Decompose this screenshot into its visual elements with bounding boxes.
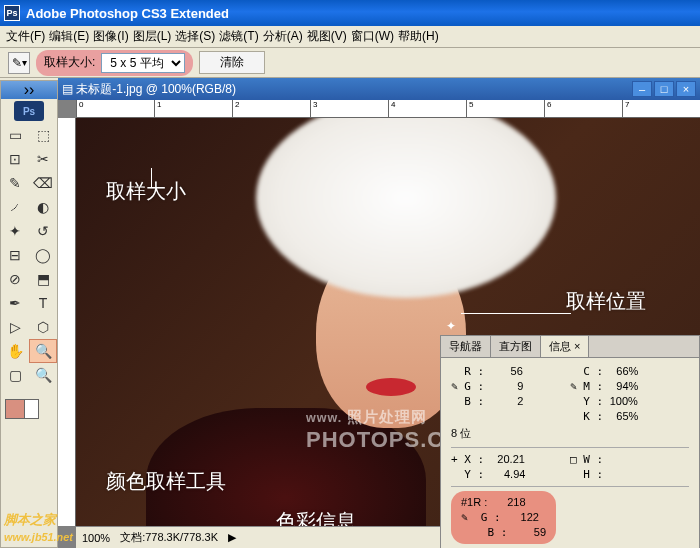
anno-color-tool: 颜色取样工具	[106, 468, 226, 495]
info-sample1: #1R : 218 ✎ G : 122 B : 59	[451, 491, 556, 544]
anno-color-info: 色彩信息	[276, 508, 356, 526]
menu-help[interactable]: 帮助(H)	[396, 28, 441, 45]
document-titlebar[interactable]: ▤ 未标题-1.jpg @ 100%(RGB/8) – □ ×	[58, 78, 700, 100]
eraser-tool[interactable]: ⌫	[29, 171, 57, 195]
ruler-horizontal: 01234567	[76, 100, 700, 118]
lasso-tool[interactable]: ⊡	[1, 147, 29, 171]
sample-size-group: 取样大小: 5 x 5 平均	[36, 50, 193, 76]
maximize-button[interactable]: □	[654, 81, 674, 97]
tab-navigator[interactable]: 导航器	[441, 336, 491, 357]
clone-tool[interactable]: ✦	[1, 219, 29, 243]
crop-tool[interactable]: ✂	[29, 147, 57, 171]
app-icon: Ps	[4, 5, 20, 21]
info-wh: □ W : H :	[570, 452, 689, 482]
menu-view[interactable]: 视图(V)	[305, 28, 349, 45]
select-tool[interactable]: ▷	[1, 315, 29, 339]
toolbox: ›› Ps ▭ ⬚ ⊡ ✂ ✎ ⌫ ⟋ ◐ ✦ ↺ ⊟ ◯ ⊘ ⬒ ✒ T ▷ …	[0, 80, 58, 548]
menu-image[interactable]: 图像(I)	[91, 28, 130, 45]
gradient-tool[interactable]: ◐	[29, 195, 57, 219]
shape-tool[interactable]: ⬒	[29, 267, 57, 291]
notes-tool[interactable]: ✒	[1, 291, 29, 315]
menu-layer[interactable]: 图层(L)	[131, 28, 174, 45]
doc-icon: ▤	[62, 82, 73, 96]
quick-mask-icon[interactable]: ▢	[1, 363, 29, 387]
foreground-swatch[interactable]	[5, 399, 25, 419]
menu-select[interactable]: 选择(S)	[173, 28, 217, 45]
type-tool[interactable]: T	[29, 291, 57, 315]
info-cmyk: C : 66% ✎ M : 94% Y : 100% K : 65%	[570, 364, 689, 424]
eyedropper-tool-icon[interactable]: ✎▾	[8, 52, 30, 74]
color-swatches[interactable]	[1, 387, 57, 427]
marquee-tool[interactable]: ⬚	[29, 123, 57, 147]
dodge-tool[interactable]: ◯	[29, 243, 57, 267]
close-button[interactable]: ×	[676, 81, 696, 97]
options-bar: ✎▾ 取样大小: 5 x 5 平均 清除	[0, 48, 700, 78]
app-title: Adobe Photoshop CS3 Extended	[26, 6, 229, 21]
info-xy: + X : 20.21 Y : 4.94	[451, 452, 570, 482]
color-sampler-tool[interactable]: 🔍	[29, 339, 57, 363]
tab-info[interactable]: 信息 ×	[541, 336, 589, 357]
3d-tool[interactable]: ⬡	[29, 315, 57, 339]
info-panel: 导航器 直方图 信息 × R : 56 ✎ G : 9 B : 2 C : 66…	[440, 335, 700, 548]
menu-filter[interactable]: 滤镜(T)	[217, 28, 260, 45]
brush-tool[interactable]: ✎	[1, 171, 29, 195]
tab-histogram[interactable]: 直方图	[491, 336, 541, 357]
zoom-level[interactable]: 100%	[82, 532, 110, 544]
sample-size-label: 取样大小:	[44, 54, 95, 71]
path-tool[interactable]: ⊘	[1, 267, 29, 291]
sample-point-marker: ✦	[446, 319, 456, 329]
ruler-vertical	[58, 118, 76, 526]
menu-edit[interactable]: 编辑(E)	[47, 28, 91, 45]
menubar: 文件(F) 编辑(E) 图像(I) 图层(L) 选择(S) 滤镜(T) 分析(A…	[0, 26, 700, 48]
pen-tool[interactable]: ⟋	[1, 195, 29, 219]
hand-tool[interactable]: ✋	[1, 339, 29, 363]
anno-sample-size: 取样大小	[106, 178, 186, 205]
sample-size-select[interactable]: 5 x 5 平均	[101, 53, 185, 73]
toolbox-header[interactable]: ››	[1, 81, 57, 99]
anno-sample-pos: 取样位置	[566, 288, 646, 315]
info-bits: 8 位	[451, 424, 689, 443]
blur-tool[interactable]: ⊟	[1, 243, 29, 267]
watermark-site: 脚本之家 www.jb51.net	[4, 511, 73, 544]
minimize-button[interactable]: –	[632, 81, 652, 97]
document-title: 未标题-1.jpg @ 100%(RGB/8)	[76, 81, 236, 98]
doc-size: 文档:778.3K/778.3K	[120, 530, 218, 545]
move-tool[interactable]: ▭	[1, 123, 29, 147]
menu-file[interactable]: 文件(F)	[4, 28, 47, 45]
clear-button[interactable]: 清除	[199, 51, 265, 74]
ps-badge: Ps	[14, 101, 44, 121]
menu-analysis[interactable]: 分析(A)	[261, 28, 305, 45]
info-rgb: R : 56 ✎ G : 9 B : 2	[451, 364, 570, 424]
zoom-tool[interactable]: 🔍	[29, 363, 57, 387]
menu-window[interactable]: 窗口(W)	[349, 28, 396, 45]
history-tool[interactable]: ↺	[29, 219, 57, 243]
app-titlebar: Ps Adobe Photoshop CS3 Extended	[0, 0, 700, 26]
